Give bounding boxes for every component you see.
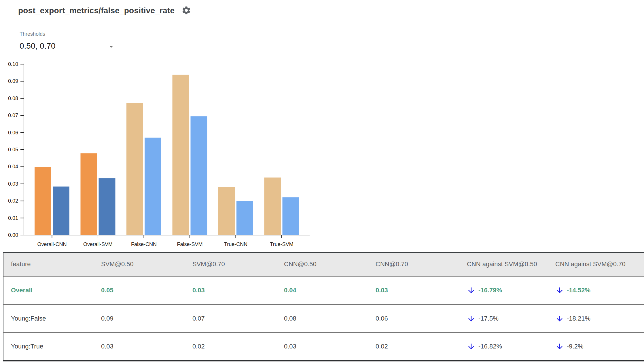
column-header-svm-0-50: SVM@0.50	[94, 252, 185, 276]
metric-value-cell-cnn-0-50: 0.04	[276, 276, 368, 304]
x-tick-label: True-CNN	[224, 241, 247, 247]
y-tick-label: 0.04	[8, 164, 18, 169]
arrow-down-icon	[467, 314, 476, 323]
chart-canvas: 0.000.010.020.030.040.050.060.070.080.09…	[0, 58, 325, 256]
y-tick-label: 0.09	[8, 78, 18, 84]
y-tick-label: 0.03	[8, 181, 18, 187]
y-tick-label: 0.06	[8, 130, 18, 136]
y-tick-label: 0.08	[8, 96, 18, 101]
bar-true-svm-s0	[264, 178, 281, 235]
table-row-overall: Overall0.050.030.040.03-16.79%-14.52%	[3, 276, 644, 304]
comparison-percent: -14.52%	[567, 287, 590, 294]
y-tick-label: 0.02	[8, 198, 18, 204]
bar-overall-cnn-s0	[35, 167, 51, 235]
arrow-down-icon	[555, 286, 564, 295]
y-tick-label: 0.00	[8, 232, 18, 238]
metric-value-cell-cnn-0-70: 0.03	[368, 276, 459, 304]
comparison-cell-cnn-against-svm-0-70: -14.52%	[548, 276, 644, 304]
comparison-percent: -16.79%	[478, 287, 502, 294]
bar-true-svm-s1	[283, 197, 299, 235]
header: post_export_metrics/false_positive_rate	[18, 6, 191, 16]
metrics-table: featureSVM@0.50SVM@0.70CNN@0.50CNN@0.70C…	[3, 252, 644, 361]
arrow-down-icon	[555, 314, 564, 323]
thresholds-value: 0.50, 0.70	[20, 41, 56, 51]
bar-true-cnn-s0	[218, 187, 235, 235]
table-header-row: featureSVM@0.50SVM@0.70CNN@0.50CNN@0.70C…	[3, 252, 644, 276]
thresholds-label: Thresholds	[20, 31, 117, 37]
x-tick-label: True-SVM	[270, 241, 293, 247]
comparison-cell-cnn-against-svm-0-70: -18.21%	[548, 304, 644, 333]
arrow-down-icon	[467, 342, 476, 351]
false-positive-rate-bar-chart: 0.000.010.020.030.040.050.060.070.080.09…	[0, 58, 325, 256]
fairness-metrics-panel: post_export_metrics/false_positive_rate …	[0, 0, 644, 362]
page-title: post_export_metrics/false_positive_rate	[18, 6, 175, 15]
arrow-down-icon	[555, 342, 564, 351]
table-row-young-true: Young:True0.030.020.030.02-16.82%-9.2%	[3, 333, 644, 361]
metric-value-cell-svm-0-50: 0.05	[94, 276, 185, 304]
comparison-cell-cnn-against-svm-0-50: -17.5%	[459, 304, 548, 333]
metric-value-cell-svm-0-50: 0.03	[94, 333, 185, 361]
comparison-cell-cnn-against-svm-0-70: -9.2%	[548, 333, 644, 361]
metric-value-cell-svm-0-50: 0.09	[94, 304, 185, 333]
bar-false-svm-s0	[173, 75, 189, 235]
comparison-percent: -9.2%	[567, 343, 583, 350]
metric-value-cell-svm-0-70: 0.07	[185, 304, 276, 333]
x-tick-label: Overall-SVM	[83, 241, 113, 247]
feature-cell: Young:False	[3, 304, 94, 333]
bar-false-cnn-s1	[145, 138, 161, 235]
gear-icon	[181, 5, 191, 16]
metric-value-cell-cnn-0-70: 0.06	[368, 304, 459, 333]
table-row-young-false: Young:False0.090.070.080.06-17.5%-18.21%	[3, 304, 644, 333]
settings-button[interactable]	[181, 6, 191, 16]
arrow-down-icon	[467, 286, 476, 295]
column-header-cnn-against-svm-0-70: CNN against SVM@0.70	[548, 252, 644, 276]
bar-overall-svm-s0	[81, 153, 97, 235]
dropdown-caret-icon	[108, 43, 115, 52]
x-tick-label: False-SVM	[177, 241, 202, 247]
comparison-percent: -18.21%	[567, 315, 590, 322]
metric-value-cell-svm-0-70: 0.03	[185, 276, 276, 304]
bar-false-cnn-s0	[126, 103, 143, 235]
y-tick-label: 0.10	[8, 61, 18, 67]
y-tick-label: 0.07	[8, 113, 18, 118]
bar-overall-cnn-s1	[53, 186, 69, 235]
comparison-cell-cnn-against-svm-0-50: -16.82%	[459, 333, 548, 361]
metric-value-cell-svm-0-70: 0.02	[185, 333, 276, 361]
bar-true-cnn-s1	[236, 201, 253, 235]
metric-value-cell-cnn-0-70: 0.02	[368, 333, 459, 361]
thresholds-select[interactable]: 0.50, 0.70	[20, 39, 117, 53]
x-tick-label: Overall-CNN	[37, 241, 67, 247]
metric-value-cell-cnn-0-50: 0.03	[276, 333, 368, 361]
column-header-cnn-against-svm-0-50: CNN against SVM@0.50	[459, 252, 548, 276]
bar-overall-svm-s1	[99, 178, 115, 235]
thresholds-control: Thresholds 0.50, 0.70	[20, 31, 117, 53]
y-tick-label: 0.05	[8, 147, 18, 153]
column-header-cnn-0-50: CNN@0.50	[276, 252, 368, 276]
comparison-percent: -16.82%	[478, 343, 502, 350]
metric-value-cell-cnn-0-50: 0.08	[276, 304, 368, 333]
x-tick-label: False-CNN	[131, 241, 157, 247]
column-header-svm-0-70: SVM@0.70	[185, 252, 276, 276]
column-header-cnn-0-70: CNN@0.70	[368, 252, 459, 276]
column-header-feature: feature	[3, 252, 94, 276]
feature-cell: Young:True	[3, 333, 94, 361]
bar-false-svm-s1	[191, 116, 207, 235]
feature-cell: Overall	[3, 276, 94, 304]
y-tick-label: 0.01	[8, 215, 18, 221]
comparison-percent: -17.5%	[478, 315, 499, 322]
comparison-cell-cnn-against-svm-0-50: -16.79%	[459, 276, 548, 304]
